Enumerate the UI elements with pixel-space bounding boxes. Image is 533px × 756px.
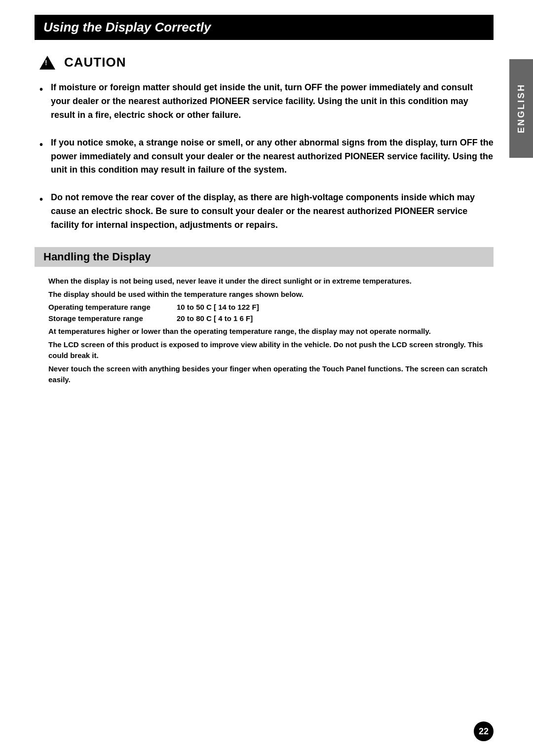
bullet-dot-2: •	[39, 137, 43, 178]
handling-para-3: At temperatures higher or lower than the…	[48, 326, 494, 337]
warning-icon-wrapper	[39, 56, 57, 70]
language-label: ENGLISH	[516, 83, 527, 133]
side-language-tab: ENGLISH	[509, 59, 533, 158]
temp-row-operating: Operating temperature range 10 to 50 C […	[48, 302, 494, 313]
page-title: Using the Display Correctly	[43, 20, 211, 35]
temp-row-storage: Storage temperature range 20 to 80 C [ 4…	[48, 313, 494, 324]
temp-label-storage: Storage temperature range	[48, 313, 177, 324]
caution-title: CAUTION	[64, 55, 126, 70]
caution-header: CAUTION	[39, 55, 494, 70]
warning-triangle-icon	[39, 56, 55, 70]
page-title-bar: Using the Display Correctly	[35, 15, 494, 40]
temperature-table: Operating temperature range 10 to 50 C […	[48, 302, 494, 324]
list-item: • If you notice smoke, a strange noise o…	[39, 136, 494, 178]
bullet-text-2: If you notice smoke, a strange noise or …	[51, 136, 494, 178]
list-item: • Do not remove the rear cover of the di…	[39, 191, 494, 232]
bullet-text-3: Do not remove the rear cover of the disp…	[51, 191, 494, 232]
temp-label-operating: Operating temperature range	[48, 302, 177, 313]
bullet-dot-1: •	[39, 82, 43, 122]
caution-bullet-list: • If moisture or foreign matter should g…	[39, 81, 494, 232]
bullet-text-1: If moisture or foreign matter should get…	[51, 81, 494, 122]
bullet-dot-3: •	[39, 192, 43, 232]
handling-para-2: The display should be used within the te…	[48, 289, 494, 300]
handling-para-4: The LCD screen of this product is expose…	[48, 339, 494, 361]
list-item: • If moisture or foreign matter should g…	[39, 81, 494, 122]
temp-value-storage: 20 to 80 C [ 4 to 1 6 F]	[177, 313, 253, 324]
handling-content: When the display is not being used, neve…	[48, 276, 494, 386]
handling-title: Handling the Display	[43, 251, 151, 263]
page-number: 22	[474, 721, 494, 741]
handling-para-5: Never touch the screen with anything bes…	[48, 363, 494, 386]
handling-title-bar: Handling the Display	[35, 247, 494, 267]
temp-value-operating: 10 to 50 C [ 14 to 122 F]	[177, 302, 259, 313]
main-content: Using the Display Correctly CAUTION • If…	[35, 0, 494, 386]
page: ENGLISH Using the Display Correctly CAUT…	[0, 0, 533, 756]
handling-para-1: When the display is not being used, neve…	[48, 276, 494, 287]
